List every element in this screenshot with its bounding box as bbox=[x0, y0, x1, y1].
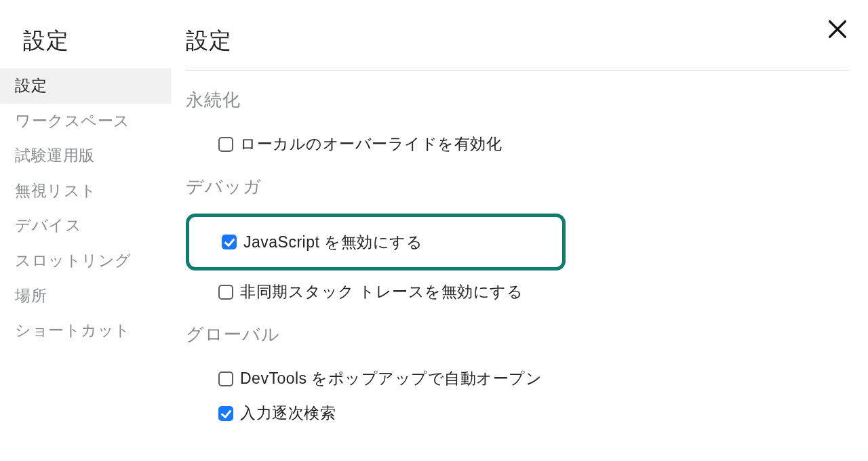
option-label: 入力逐次検索 bbox=[240, 403, 336, 424]
sidebar-item-experiments[interactable]: 試験運用版 bbox=[0, 138, 171, 174]
checkbox-search-as-you-type[interactable] bbox=[218, 406, 233, 421]
sidebar-item-locations[interactable]: 場所 bbox=[0, 279, 171, 314]
sidebar-item-label: スロットリング bbox=[15, 252, 132, 269]
sidebar-item-label: 設定 bbox=[15, 77, 47, 94]
close-button[interactable] bbox=[826, 18, 849, 41]
sidebar-item-label: 試験運用版 bbox=[15, 146, 95, 164]
sidebar-item-label: 場所 bbox=[15, 287, 47, 304]
close-icon bbox=[826, 31, 849, 43]
sidebar-item-label: 無視リスト bbox=[15, 182, 97, 199]
option-label: 非同期スタック トレースを無効にする bbox=[240, 281, 523, 302]
sidebar-item-label: ワークスペース bbox=[15, 112, 130, 129]
section-title-global: グローバル bbox=[186, 323, 849, 346]
option-disable-async-stack[interactable]: 非同期スタック トレースを無効にする bbox=[186, 275, 849, 309]
section-debugger: デバッガ JavaScript を無効にする 非同期スタック トレースを無効にす… bbox=[186, 175, 849, 309]
section-title-debugger: デバッガ bbox=[186, 175, 849, 199]
sidebar-item-shortcuts[interactable]: ショートカット bbox=[0, 313, 171, 348]
option-label: DevTools をポップアップで自動オープン bbox=[240, 368, 542, 389]
settings-sidebar: 設定 設定 ワークスペース 試験運用版 無視リスト デバイス スロットリング 場… bbox=[0, 0, 171, 461]
section-persistence: 永続化 ローカルのオーバーライドを有効化 bbox=[186, 88, 849, 161]
option-label: ローカルのオーバーライドを有効化 bbox=[240, 134, 502, 155]
sidebar-item-workspace[interactable]: ワークスペース bbox=[0, 104, 171, 139]
option-disable-javascript-highlighted[interactable]: JavaScript を無効にする bbox=[186, 214, 566, 270]
option-label: JavaScript を無効にする bbox=[243, 232, 422, 253]
section-title-persistence: 永続化 bbox=[186, 88, 849, 112]
sidebar-item-ignore-list[interactable]: 無視リスト bbox=[0, 174, 171, 209]
checkbox-auto-open-devtools[interactable] bbox=[218, 372, 233, 386]
option-search-as-you-type[interactable]: 入力逐次検索 bbox=[186, 396, 849, 430]
sidebar-item-preferences[interactable]: 設定 bbox=[0, 68, 171, 104]
page-title: 設定 bbox=[186, 26, 849, 70]
sidebar-items: 設定 ワークスペース 試験運用版 無視リスト デバイス スロットリング 場所 シ… bbox=[0, 68, 171, 348]
checkbox-disable-async-stack[interactable] bbox=[218, 285, 233, 300]
title-separator bbox=[186, 70, 849, 71]
checkbox-disable-javascript[interactable] bbox=[222, 235, 237, 249]
option-auto-open-devtools[interactable]: DevTools をポップアップで自動オープン bbox=[186, 361, 849, 396]
sidebar-title: 設定 bbox=[0, 26, 171, 68]
settings-main: 設定 永続化 ローカルのオーバーライドを有効化 デバッガ JavaScript … bbox=[171, 0, 868, 461]
sidebar-item-label: デバイス bbox=[15, 216, 81, 234]
sidebar-item-throttling[interactable]: スロットリング bbox=[0, 243, 171, 279]
sidebar-item-label: ショートカット bbox=[15, 321, 131, 339]
option-local-overrides[interactable]: ローカルのオーバーライドを有効化 bbox=[186, 127, 849, 161]
section-global: グローバル DevTools をポップアップで自動オープン 入力逐次検索 bbox=[186, 323, 849, 430]
sidebar-item-devices[interactable]: デバイス bbox=[0, 208, 171, 243]
checkbox-local-overrides[interactable] bbox=[218, 137, 233, 152]
